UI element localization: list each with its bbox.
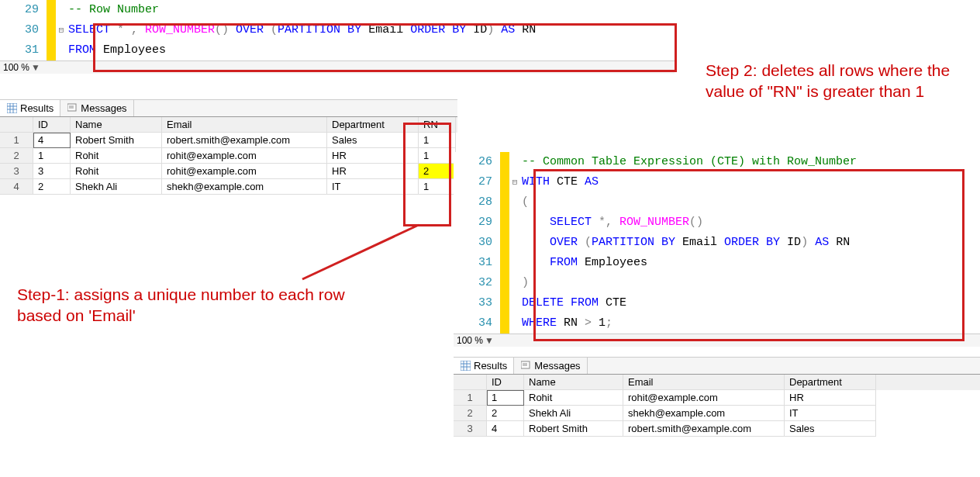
row-number: 3: [0, 164, 33, 179]
step1-annotation: Step-1: assigns a unique number to each …: [17, 284, 358, 327]
tab-messages[interactable]: Messages: [60, 100, 133, 116]
cell-email[interactable]: shekh@example.com: [162, 179, 327, 195]
cell-name[interactable]: Shekh Ali: [524, 406, 623, 421]
cell-name[interactable]: Robert Smith: [524, 421, 623, 437]
line-number: 31: [0, 40, 47, 60]
cell-dep[interactable]: HR: [785, 390, 876, 406]
cell-rn[interactable]: 1: [419, 133, 456, 148]
cell-id[interactable]: 3: [33, 164, 71, 179]
col-header-rn[interactable]: RN: [419, 117, 456, 133]
cell-email[interactable]: robert.smith@example.com: [162, 133, 327, 148]
results-grid-icon: [6, 103, 17, 114]
cell-name[interactable]: Rohit: [524, 390, 623, 406]
chevron-down-icon[interactable]: ▼: [31, 62, 40, 73]
cell-rn[interactable]: 2: [419, 164, 456, 179]
code-area[interactable]: 29 -- Row Number 30 ⊟ SELECT * , ROW_NUM…: [0, 0, 675, 60]
zoom-level[interactable]: 100 %: [457, 335, 483, 346]
cell-dep[interactable]: HR: [327, 164, 419, 179]
col-header-name[interactable]: Name: [71, 117, 162, 133]
row-header-corner: [0, 117, 33, 133]
cell-dep[interactable]: Sales: [785, 421, 876, 437]
result-grid-right[interactable]: ID Name Email Department 11Rohitrohit@ex…: [454, 374, 980, 437]
cell-id[interactable]: 2: [487, 406, 524, 421]
zoom-level[interactable]: 100 %: [3, 62, 29, 73]
svg-line-16: [302, 225, 419, 279]
step2-annotation: Step 2: deletes all rows where the value…: [706, 60, 961, 102]
cell-email[interactable]: robert.smith@example.com: [623, 421, 785, 437]
table-row[interactable]: 22Shekh Alishekh@example.comIT: [454, 406, 980, 421]
results-grid-icon: [460, 361, 471, 372]
cell-name[interactable]: Robert Smith: [71, 133, 162, 148]
col-header-email[interactable]: Email: [162, 117, 327, 133]
col-header-id[interactable]: ID: [33, 117, 71, 133]
cell-email[interactable]: rohit@example.com: [623, 390, 785, 406]
code-fold-icon[interactable]: [56, 0, 67, 20]
cell-name[interactable]: Shekh Ali: [71, 179, 162, 195]
result-grid-left[interactable]: ID Name Email Department RN 14Robert Smi…: [0, 116, 457, 195]
messages-icon: [520, 361, 531, 372]
row-number: 2: [0, 148, 33, 164]
chevron-down-icon[interactable]: ▼: [485, 335, 494, 346]
col-header-dep[interactable]: Department: [327, 117, 419, 133]
cell-id[interactable]: 4: [33, 133, 71, 148]
cell-id[interactable]: 1: [33, 148, 71, 164]
results-pane-left: Results Messages ID Name Email Departmen…: [0, 99, 457, 195]
code-fold-icon[interactable]: ⊟: [509, 172, 520, 192]
cell-name[interactable]: Rohit: [71, 164, 162, 179]
col-header-email[interactable]: Email: [623, 375, 785, 390]
cell-dep[interactable]: HR: [327, 148, 419, 164]
tab-results[interactable]: Results: [0, 100, 60, 116]
sql-editor-right: 26 -- Common Table Expression (CTE) with…: [454, 152, 980, 347]
cell-rn[interactable]: 1: [419, 179, 456, 195]
cell-id[interactable]: 4: [487, 421, 524, 437]
cell-dep[interactable]: IT: [327, 179, 419, 195]
row-number: 4: [0, 179, 33, 195]
row-number: 2: [454, 406, 487, 421]
line-number: 30: [0, 20, 47, 40]
results-pane-right: Results Messages ID Name Email Departmen…: [454, 357, 980, 437]
table-row[interactable]: 33Rohitrohit@example.comHR2: [0, 164, 457, 179]
row-number: 1: [0, 133, 33, 148]
tab-results[interactable]: Results: [454, 358, 514, 374]
cell-id[interactable]: 2: [33, 179, 71, 195]
cell-dep[interactable]: IT: [785, 406, 876, 421]
connector-line: [295, 217, 426, 287]
table-row[interactable]: 21Rohitrohit@example.comHR1: [0, 148, 457, 164]
row-number: 3: [454, 421, 487, 437]
sql-editor-left: 29 -- Row Number 30 ⊟ SELECT * , ROW_NUM…: [0, 0, 675, 74]
cell-name[interactable]: Rohit: [71, 148, 162, 164]
cell-id[interactable]: 1: [487, 390, 524, 406]
table-row[interactable]: 34Robert Smithrobert.smith@example.comSa…: [454, 421, 980, 437]
change-gutter: [47, 0, 56, 20]
svg-rect-0: [7, 103, 17, 113]
col-header-id[interactable]: ID: [487, 375, 524, 390]
row-number: 1: [454, 390, 487, 406]
messages-icon: [67, 103, 78, 114]
col-header-dep[interactable]: Department: [785, 375, 876, 390]
table-row[interactable]: 14Robert Smithrobert.smith@example.comSa…: [0, 133, 457, 148]
code-fold-icon[interactable]: ⊟: [56, 20, 67, 40]
cell-email[interactable]: rohit@example.com: [162, 148, 327, 164]
table-row[interactable]: 11Rohitrohit@example.comHR: [454, 390, 980, 406]
table-row[interactable]: 42Shekh Alishekh@example.comIT1: [0, 179, 457, 195]
svg-rect-8: [461, 361, 471, 371]
cell-email[interactable]: rohit@example.com: [162, 164, 327, 179]
col-header-name[interactable]: Name: [524, 375, 623, 390]
line-number: 29: [0, 0, 47, 20]
cell-email[interactable]: shekh@example.com: [623, 406, 785, 421]
cell-dep[interactable]: Sales: [327, 133, 419, 148]
tab-messages[interactable]: Messages: [514, 358, 587, 374]
cell-rn[interactable]: 1: [419, 148, 456, 164]
code-area[interactable]: 26 -- Common Table Expression (CTE) with…: [454, 152, 980, 334]
